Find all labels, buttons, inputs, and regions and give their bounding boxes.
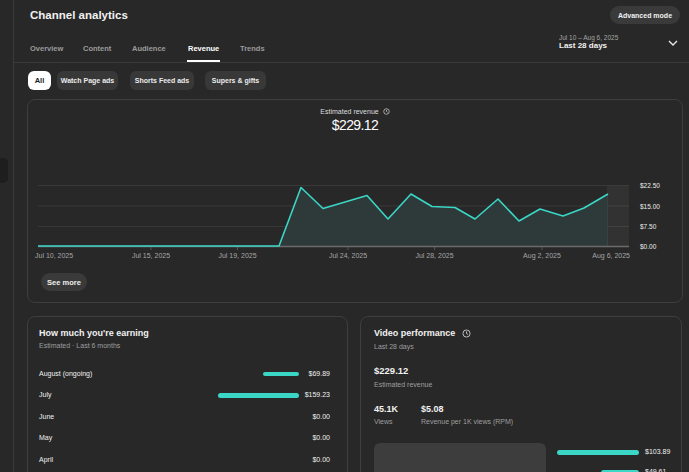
svg-text:Jul 19, 2025: Jul 19, 2025 [218, 252, 256, 259]
svg-text:$22.50: $22.50 [640, 182, 660, 189]
svg-text:Aug 2, 2025: Aug 2, 2025 [523, 252, 561, 260]
svg-text:$7.50: $7.50 [640, 223, 657, 230]
svg-text:Jul 10, 2025: Jul 10, 2025 [35, 252, 73, 259]
svg-text:$0.00: $0.00 [640, 243, 657, 250]
svg-text:Jul 28, 2025: Jul 28, 2025 [415, 252, 453, 259]
svg-text:$15.00: $15.00 [640, 203, 660, 210]
svg-text:Jul 24, 2025: Jul 24, 2025 [329, 252, 367, 259]
svg-text:Aug 6, 2025: Aug 6, 2025 [592, 252, 630, 260]
svg-text:Jul 15, 2025: Jul 15, 2025 [132, 252, 170, 259]
